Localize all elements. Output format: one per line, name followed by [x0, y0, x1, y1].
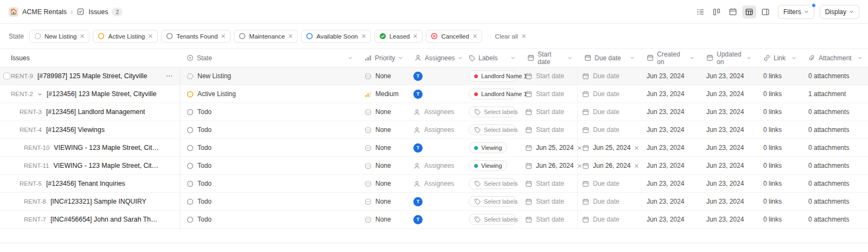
assignees-cell[interactable]: Assignees [408, 175, 462, 192]
close-icon[interactable] [288, 34, 293, 39]
labels-cell[interactable]: Landlord Name 1 [462, 85, 521, 103]
close-icon[interactable] [413, 34, 418, 39]
close-icon[interactable] [634, 146, 639, 150]
column-header-state[interactable]: State [180, 49, 358, 67]
issue-title-cell[interactable]: RENT-9[#789987] 125 Maple Street, Cityvi… [0, 67, 180, 85]
labels-cell[interactable]: Select labels [462, 121, 521, 138]
filter-chip[interactable]: Tenants Found [161, 30, 231, 43]
start-date-cell[interactable]: Start date [521, 193, 578, 210]
state-cell[interactable]: Active Listing [180, 85, 358, 103]
start-date-cell[interactable]: Jun 26, 2024 [521, 157, 578, 174]
expand-chevron-icon[interactable] [37, 92, 42, 97]
assignee-avatar[interactable]: T [413, 197, 423, 206]
due-date-cell[interactable]: Due date [578, 103, 640, 121]
issue-title[interactable]: VIEWING - 123 Maple Street, Cityville [54, 144, 161, 152]
assignees-cell[interactable]: Assignees [408, 157, 462, 174]
state-cell[interactable]: Todo [180, 139, 358, 156]
issue-title[interactable]: [#123456] 123 Maple Street, Cityville [47, 90, 157, 98]
filter-chip[interactable]: Maintenance [234, 30, 298, 43]
state-cell[interactable]: New Listing [180, 67, 358, 85]
close-icon[interactable] [473, 34, 477, 39]
column-header-due-date[interactable]: Due date [578, 49, 640, 67]
table-view-button[interactable] [742, 5, 756, 18]
close-icon[interactable] [634, 163, 639, 168]
table-row[interactable]: RENT-2[#123456] 123 Maple Street, Cityvi… [0, 85, 868, 103]
due-date-cell[interactable]: Due date [578, 193, 640, 210]
state-cell[interactable]: Todo [180, 175, 358, 192]
labels-cell[interactable]: Select labels [462, 175, 521, 192]
priority-cell[interactable]: None [358, 157, 408, 174]
labels-cell[interactable]: Viewing [462, 157, 521, 174]
breadcrumb-page[interactable]: Issues [88, 8, 108, 16]
label-pill[interactable]: Landlord Name 1 [469, 71, 516, 81]
labels-cell[interactable]: Select labels [462, 211, 521, 228]
table-row[interactable]: RENT-3[#123456] Landlord ManagementTodoN… [0, 103, 868, 121]
priority-cell[interactable]: None [358, 121, 408, 138]
display-button[interactable]: Display [820, 5, 859, 19]
column-header-priority[interactable]: Priority [358, 49, 408, 67]
filter-chip[interactable]: New Listing [29, 30, 90, 43]
filter-chip[interactable]: Available Soon [301, 30, 371, 43]
table-row[interactable]: RENT-9[#789987] 125 Maple Street, Cityvi… [0, 67, 868, 85]
priority-cell[interactable]: None [358, 139, 408, 156]
assignees-cell[interactable]: Assignees [408, 103, 462, 121]
calendar-view-button[interactable] [726, 5, 740, 18]
state-cell[interactable]: Todo [180, 103, 358, 121]
table-row[interactable]: RENT-10VIEWING - 123 Maple Street, Cityv… [0, 139, 868, 157]
table-row[interactable]: RENT-7[INC#456654] John and Sarah Thomps… [0, 211, 868, 229]
priority-cell[interactable]: None [358, 211, 408, 228]
close-icon[interactable] [80, 34, 85, 39]
issue-title[interactable]: VIEWING - 123 Maple Street, Cityville [53, 162, 161, 169]
start-date-cell[interactable]: Start date [521, 121, 578, 138]
state-cell[interactable]: Todo [180, 211, 358, 228]
table-row[interactable]: RENT-8[INC#123321] Sample INQUIRYTodoNon… [0, 193, 868, 211]
row-checkbox[interactable] [3, 73, 10, 80]
start-date-cell[interactable]: Start date [521, 211, 578, 228]
issue-title[interactable]: [#789987] 125 Maple Street, Cityville [37, 72, 148, 80]
issue-title-cell[interactable]: RENT-8[INC#123321] Sample INQUIRY [0, 193, 180, 210]
issue-title[interactable]: [INC#123321] Sample INQUIRY [50, 198, 146, 205]
assignee-avatar[interactable]: T [413, 215, 423, 224]
due-date-cell[interactable]: Jun 26, 2024 [578, 157, 640, 174]
start-date-cell[interactable]: Start date [521, 103, 578, 121]
column-header-link[interactable]: Link [757, 49, 802, 67]
select-labels-button[interactable]: Select labels [469, 124, 516, 135]
filters-button[interactable]: Filters [778, 5, 814, 19]
assignees-cell[interactable]: T [408, 193, 462, 210]
assignees-cell[interactable]: Assignees [408, 121, 462, 138]
select-labels-button[interactable]: Select labels [469, 106, 516, 117]
more-button[interactable] [165, 72, 173, 80]
select-labels-button[interactable]: Select labels [469, 214, 516, 225]
priority-cell[interactable]: None [358, 175, 408, 192]
issue-title[interactable]: [INC#456654] John and Sarah Thompson [50, 216, 161, 223]
priority-cell[interactable]: Medium [358, 85, 408, 103]
due-date-cell[interactable]: Due date [578, 121, 640, 138]
start-date-cell[interactable]: Start date [521, 85, 578, 103]
labels-cell[interactable]: Viewing [462, 139, 521, 156]
start-date-cell[interactable]: Start date [521, 67, 578, 85]
panel-view-button[interactable] [758, 5, 773, 18]
assignee-avatar[interactable]: T [413, 90, 423, 99]
labels-cell[interactable]: Select labels [462, 193, 521, 210]
issue-title-cell[interactable]: RENT-11VIEWING - 123 Maple Street, Cityv… [0, 157, 180, 174]
labels-cell[interactable]: Landlord Name 1 [462, 67, 521, 85]
state-cell[interactable]: Todo [180, 121, 358, 138]
assignees-cell[interactable]: T [408, 139, 462, 156]
table-row[interactable]: RENT-4[#123456] ViewingsTodoNoneAssignee… [0, 121, 868, 139]
assignee-avatar[interactable]: T [413, 143, 423, 153]
issue-title-cell[interactable]: RENT-7[INC#456654] John and Sarah Thomps… [0, 211, 180, 228]
assignees-cell[interactable]: T [408, 67, 462, 85]
select-labels-button[interactable]: Select labels [469, 196, 516, 207]
table-row[interactable]: RENT-11VIEWING - 123 Maple Street, Cityv… [0, 157, 868, 175]
column-header-created-on[interactable]: Created on [640, 49, 700, 67]
start-date-cell[interactable]: Jun 25, 2024 [521, 139, 578, 156]
due-date-cell[interactable]: Due date [578, 175, 640, 192]
issue-title-cell[interactable]: RENT-3[#123456] Landlord Management [0, 103, 180, 121]
priority-cell[interactable]: None [358, 67, 408, 85]
filter-chip[interactable]: Leased [374, 30, 423, 43]
start-date-cell[interactable]: Start date [521, 175, 578, 192]
select-labels-button[interactable]: Select labels [469, 178, 516, 189]
state-cell[interactable]: Todo [180, 193, 358, 210]
labels-cell[interactable]: Select labels [462, 103, 521, 121]
issue-title-cell[interactable]: RENT-10VIEWING - 123 Maple Street, Cityv… [0, 139, 180, 156]
